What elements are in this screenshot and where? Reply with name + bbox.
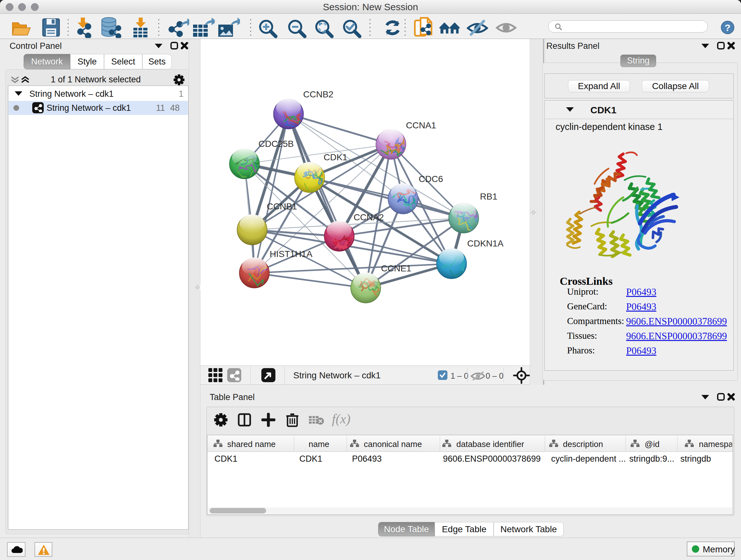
svg-text:CCNA1: CCNA1 [406,120,436,130]
svg-text:RB1: RB1 [480,192,497,201]
svg-text:CCNE1: CCNE1 [381,263,411,273]
svg-text:CDK1: CDK1 [324,152,347,162]
svg-text:CDKN1A: CDKN1A [467,239,503,248]
svg-text:CDC6: CDC6 [419,174,443,184]
svg-text:HIST1H1A: HIST1H1A [270,249,313,259]
svg-text:CDC25B: CDC25B [259,139,293,149]
svg-text:CCNB1: CCNB1 [267,201,297,211]
svg-text:CCNA2: CCNA2 [354,212,384,222]
svg-text:CCNB2: CCNB2 [303,89,333,99]
